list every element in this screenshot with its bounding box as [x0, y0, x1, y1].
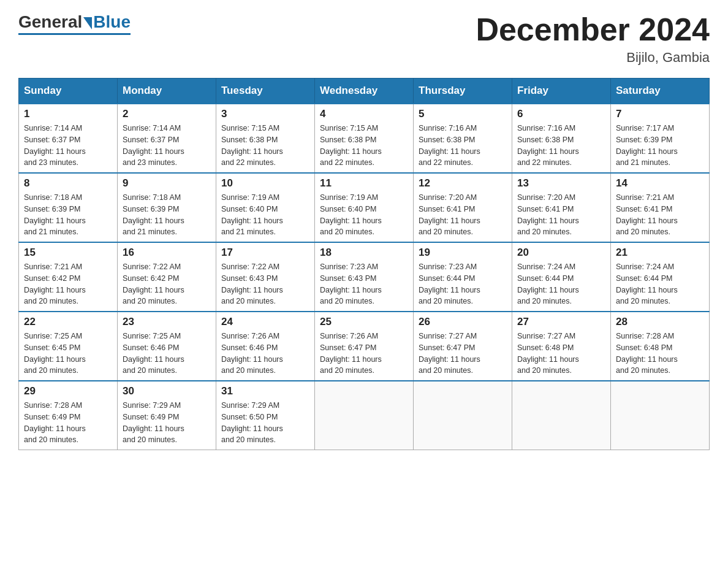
day-info: Sunrise: 7:21 AMSunset: 6:42 PMDaylight:…	[24, 261, 112, 307]
day-number: 9	[123, 177, 211, 190]
day-number: 11	[320, 177, 408, 190]
day-number: 21	[616, 247, 704, 259]
day-number: 31	[221, 385, 309, 397]
calendar-cell: 17Sunrise: 7:22 AMSunset: 6:43 PMDayligh…	[216, 242, 315, 312]
day-info: Sunrise: 7:29 AMSunset: 6:49 PMDaylight:…	[123, 400, 211, 446]
calendar-cell: 9Sunrise: 7:18 AMSunset: 6:39 PMDaylight…	[118, 173, 216, 242]
week-row-2: 8Sunrise: 7:18 AMSunset: 6:39 PMDaylight…	[19, 173, 710, 242]
calendar-cell: 14Sunrise: 7:21 AMSunset: 6:41 PMDayligh…	[611, 173, 710, 242]
calendar-cell: 21Sunrise: 7:24 AMSunset: 6:44 PMDayligh…	[611, 242, 710, 312]
day-number: 20	[517, 247, 605, 259]
day-info: Sunrise: 7:25 AMSunset: 6:45 PMDaylight:…	[24, 331, 112, 377]
title-section: December 2024 Bijilo, Gambia	[476, 12, 710, 66]
col-header-sunday: Sunday	[19, 79, 118, 104]
day-number: 25	[320, 316, 408, 328]
calendar-cell: 28Sunrise: 7:28 AMSunset: 6:48 PMDayligh…	[611, 312, 710, 381]
day-info: Sunrise: 7:20 AMSunset: 6:41 PMDaylight:…	[419, 192, 507, 238]
calendar-cell: 27Sunrise: 7:27 AMSunset: 6:48 PMDayligh…	[512, 312, 611, 381]
day-info: Sunrise: 7:21 AMSunset: 6:41 PMDaylight:…	[616, 192, 704, 238]
day-number: 26	[419, 316, 507, 328]
day-info: Sunrise: 7:24 AMSunset: 6:44 PMDaylight:…	[517, 261, 605, 307]
calendar-cell: 22Sunrise: 7:25 AMSunset: 6:45 PMDayligh…	[19, 312, 118, 381]
calendar-cell: 30Sunrise: 7:29 AMSunset: 6:49 PMDayligh…	[118, 381, 216, 450]
logo-blue-text: Blue	[93, 12, 131, 32]
logo-arrow-icon	[83, 17, 92, 29]
day-number: 28	[616, 316, 704, 328]
week-row-1: 1Sunrise: 7:14 AMSunset: 6:37 PMDaylight…	[19, 104, 710, 173]
calendar-cell: 3Sunrise: 7:15 AMSunset: 6:38 PMDaylight…	[216, 104, 315, 173]
location-label: Bijilo, Gambia	[476, 50, 710, 66]
day-number: 2	[123, 108, 211, 120]
calendar-cell	[315, 381, 414, 450]
day-number: 12	[419, 177, 507, 190]
day-number: 3	[221, 108, 309, 120]
calendar-cell: 18Sunrise: 7:23 AMSunset: 6:43 PMDayligh…	[315, 242, 414, 312]
calendar-cell: 5Sunrise: 7:16 AMSunset: 6:38 PMDaylight…	[414, 104, 512, 173]
calendar-cell: 12Sunrise: 7:20 AMSunset: 6:41 PMDayligh…	[414, 173, 512, 242]
day-info: Sunrise: 7:25 AMSunset: 6:46 PMDaylight:…	[123, 331, 211, 377]
day-number: 27	[517, 316, 605, 328]
week-row-5: 29Sunrise: 7:28 AMSunset: 6:49 PMDayligh…	[19, 381, 710, 450]
day-number: 16	[123, 247, 211, 259]
calendar-cell	[512, 381, 611, 450]
calendar-cell: 29Sunrise: 7:28 AMSunset: 6:49 PMDayligh…	[19, 381, 118, 450]
calendar-cell: 26Sunrise: 7:27 AMSunset: 6:47 PMDayligh…	[414, 312, 512, 381]
calendar-cell: 15Sunrise: 7:21 AMSunset: 6:42 PMDayligh…	[19, 242, 118, 312]
day-info: Sunrise: 7:15 AMSunset: 6:38 PMDaylight:…	[221, 123, 309, 169]
day-info: Sunrise: 7:16 AMSunset: 6:38 PMDaylight:…	[517, 123, 605, 169]
day-number: 8	[24, 177, 112, 190]
day-number: 30	[123, 385, 211, 397]
calendar-cell: 23Sunrise: 7:25 AMSunset: 6:46 PMDayligh…	[118, 312, 216, 381]
calendar-cell: 20Sunrise: 7:24 AMSunset: 6:44 PMDayligh…	[512, 242, 611, 312]
day-info: Sunrise: 7:28 AMSunset: 6:48 PMDaylight:…	[616, 331, 704, 377]
calendar-cell: 25Sunrise: 7:26 AMSunset: 6:47 PMDayligh…	[315, 312, 414, 381]
day-number: 23	[123, 316, 211, 328]
day-number: 1	[24, 108, 112, 120]
day-number: 4	[320, 108, 408, 120]
day-info: Sunrise: 7:18 AMSunset: 6:39 PMDaylight:…	[24, 192, 112, 238]
day-info: Sunrise: 7:28 AMSunset: 6:49 PMDaylight:…	[24, 400, 112, 446]
day-number: 22	[24, 316, 112, 328]
calendar-header-row: SundayMondayTuesdayWednesdayThursdayFrid…	[19, 79, 710, 104]
calendar-cell: 31Sunrise: 7:29 AMSunset: 6:50 PMDayligh…	[216, 381, 315, 450]
day-info: Sunrise: 7:20 AMSunset: 6:41 PMDaylight:…	[517, 192, 605, 238]
page-header: General Blue December 2024 Bijilo, Gambi…	[18, 12, 710, 66]
day-info: Sunrise: 7:19 AMSunset: 6:40 PMDaylight:…	[320, 192, 408, 238]
col-header-saturday: Saturday	[611, 79, 710, 104]
col-header-tuesday: Tuesday	[216, 79, 315, 104]
calendar-cell: 19Sunrise: 7:23 AMSunset: 6:44 PMDayligh…	[414, 242, 512, 312]
day-info: Sunrise: 7:22 AMSunset: 6:43 PMDaylight:…	[221, 261, 309, 307]
week-row-3: 15Sunrise: 7:21 AMSunset: 6:42 PMDayligh…	[19, 242, 710, 312]
calendar-cell: 2Sunrise: 7:14 AMSunset: 6:37 PMDaylight…	[118, 104, 216, 173]
day-info: Sunrise: 7:24 AMSunset: 6:44 PMDaylight:…	[616, 261, 704, 307]
day-info: Sunrise: 7:26 AMSunset: 6:46 PMDaylight:…	[221, 331, 309, 377]
day-info: Sunrise: 7:15 AMSunset: 6:38 PMDaylight:…	[320, 123, 408, 169]
calendar-cell: 4Sunrise: 7:15 AMSunset: 6:38 PMDaylight…	[315, 104, 414, 173]
day-number: 29	[24, 385, 112, 397]
logo-general-text: General	[18, 12, 82, 32]
calendar-cell: 11Sunrise: 7:19 AMSunset: 6:40 PMDayligh…	[315, 173, 414, 242]
day-number: 10	[221, 177, 309, 190]
day-number: 19	[419, 247, 507, 259]
day-number: 7	[616, 108, 704, 120]
day-info: Sunrise: 7:27 AMSunset: 6:48 PMDaylight:…	[517, 331, 605, 377]
day-info: Sunrise: 7:14 AMSunset: 6:37 PMDaylight:…	[123, 123, 211, 169]
col-header-friday: Friday	[512, 79, 611, 104]
day-info: Sunrise: 7:19 AMSunset: 6:40 PMDaylight:…	[221, 192, 309, 238]
calendar-cell: 7Sunrise: 7:17 AMSunset: 6:39 PMDaylight…	[611, 104, 710, 173]
day-info: Sunrise: 7:14 AMSunset: 6:37 PMDaylight:…	[24, 123, 112, 169]
calendar-cell: 16Sunrise: 7:22 AMSunset: 6:42 PMDayligh…	[118, 242, 216, 312]
week-row-4: 22Sunrise: 7:25 AMSunset: 6:45 PMDayligh…	[19, 312, 710, 381]
day-info: Sunrise: 7:22 AMSunset: 6:42 PMDaylight:…	[123, 261, 211, 307]
day-info: Sunrise: 7:27 AMSunset: 6:47 PMDaylight:…	[419, 331, 507, 377]
calendar-cell	[611, 381, 710, 450]
calendar-cell: 13Sunrise: 7:20 AMSunset: 6:41 PMDayligh…	[512, 173, 611, 242]
day-info: Sunrise: 7:16 AMSunset: 6:38 PMDaylight:…	[419, 123, 507, 169]
calendar-cell	[414, 381, 512, 450]
day-info: Sunrise: 7:26 AMSunset: 6:47 PMDaylight:…	[320, 331, 408, 377]
day-number: 18	[320, 247, 408, 259]
logo-underline	[18, 33, 131, 35]
calendar-cell: 24Sunrise: 7:26 AMSunset: 6:46 PMDayligh…	[216, 312, 315, 381]
day-info: Sunrise: 7:23 AMSunset: 6:44 PMDaylight:…	[419, 261, 507, 307]
calendar-cell: 6Sunrise: 7:16 AMSunset: 6:38 PMDaylight…	[512, 104, 611, 173]
